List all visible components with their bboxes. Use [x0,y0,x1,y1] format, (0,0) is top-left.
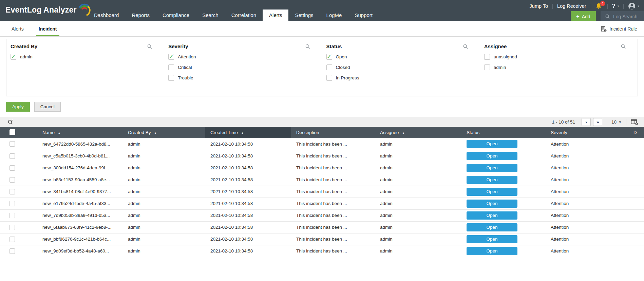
search-icon[interactable] [147,44,152,49]
sort-asc-icon: ▲ [154,131,157,135]
cell-incident-name[interactable]: new_9d09ef3d-bb52-4a48-a60... [37,245,123,257]
cell-created-by: admin [123,198,205,209]
log-search-input[interactable]: Log Search [601,11,644,22]
cancel-button[interactable]: Cancel [34,102,61,112]
column-header-name[interactable]: Name▲ [37,127,123,138]
nav-item-settings[interactable]: Settings [288,10,320,21]
search-icon[interactable] [463,44,468,49]
column-header-created-time[interactable]: Created Time▲ [205,127,291,138]
search-icon[interactable] [305,44,310,49]
status-badge[interactable]: Open [467,164,517,172]
column-header-d[interactable]: D [628,127,644,138]
filter-title: Created By [11,43,37,49]
checkbox-unchecked[interactable] [484,54,490,60]
tab-incident[interactable]: Incident [37,21,58,36]
nav-item-logme[interactable]: LogMe [320,10,348,21]
cell-incident-name[interactable]: new_64722dd0-5865-432a-bd8... [37,138,123,150]
cell-incident-name[interactable]: new_c5a5b015-3cb0-4b0d-b81... [37,150,123,162]
column-header-created-by[interactable]: Created By▲ [123,127,205,138]
status-badge[interactable]: Open [467,188,517,196]
nav-item-reports[interactable]: Reports [125,10,156,21]
cell-incident-name[interactable]: new_bbf86276-9c1c-421b-b64c... [37,233,123,245]
filter-option-in-progress[interactable]: In Progress [326,75,475,81]
row-checkbox[interactable] [10,189,15,194]
cell-created-by: admin [123,221,205,233]
filter-option-closed[interactable]: Closed [326,64,475,70]
cell-description: This incident has been ... [291,174,375,186]
notifications-bell-icon[interactable]: 4 [595,3,603,10]
column-header-severity[interactable]: Severity [546,127,628,138]
nav-item-search[interactable]: Search [196,10,225,21]
filter-option-critical[interactable]: Critical [168,64,317,70]
page-size-dropdown[interactable]: 10 ▼ [611,119,622,125]
checkbox-unchecked[interactable] [326,64,332,70]
cell-incident-name[interactable]: new_6faab673-63f9-41c2-9eb8-... [37,221,123,233]
row-checkbox[interactable] [10,237,15,242]
select-all-checkbox[interactable] [10,129,15,135]
row-checkbox[interactable] [10,177,15,183]
row-checkbox[interactable] [10,165,15,171]
nav-item-correlation[interactable]: Correlation [225,10,263,21]
filter-option-attention[interactable]: Attention [168,54,317,60]
cell-incident-name[interactable]: new_7d9b053b-39a9-491d-b5a... [37,209,123,221]
column-header-assignee[interactable]: Assignee▲ [375,127,461,138]
row-checkbox[interactable] [10,225,15,230]
jump-to-link[interactable]: Jump To [530,3,548,9]
status-badge[interactable]: Open [467,152,517,160]
cell-incident-name[interactable]: new_300dd154-276d-4dea-99f... [37,162,123,174]
status-badge[interactable]: Open [467,247,517,255]
help-menu[interactable]: ? [612,3,615,10]
next-page-button[interactable]: › [582,118,591,126]
checkbox-unchecked[interactable] [168,75,174,81]
cell-incident-name[interactable]: new_341bc814-08cf-4e90-9377... [37,186,123,198]
table-header: Name▲Created By▲Created Time▲Description… [0,127,644,138]
status-badge[interactable]: Open [467,140,517,148]
row-checkbox[interactable] [10,153,15,159]
filter-option-unassigned[interactable]: unassigned [484,54,633,60]
cell-incident-name[interactable]: new_e179524d-f5de-4a45-af33... [37,198,123,209]
apply-button[interactable]: Apply [6,102,30,112]
filter-option-open[interactable]: Open [326,54,475,60]
last-page-button[interactable]: » [593,118,602,126]
brand-logo[interactable]: EventLog Analyzer [5,3,91,17]
row-checkbox[interactable] [10,248,15,254]
nav-item-support[interactable]: Support [348,10,379,21]
checkbox-checked[interactable] [11,54,16,60]
nav-item-alerts[interactable]: Alerts [263,10,288,21]
nav-item-compliance[interactable]: Compliance [156,10,196,21]
filter-group-status: StatusOpenClosedIn Progress [322,39,480,96]
search-icon[interactable] [621,44,626,49]
sort-asc-icon: ▲ [402,131,405,135]
incident-rule-button[interactable]: Incident Rule [601,21,637,37]
cell-created-time: 2021-02-10 10:34:58 [205,150,291,162]
row-checkbox[interactable] [10,201,15,206]
column-header-description[interactable]: Description [291,127,375,138]
checkbox-checked[interactable] [326,54,332,60]
row-checkbox[interactable] [10,141,15,147]
cell-incident-name[interactable]: new_b83e1153-90aa-4559-a8e... [37,174,123,186]
add-button[interactable]: + Add [571,11,596,22]
log-receiver-link[interactable]: Log Receiver [557,3,586,9]
status-badge[interactable]: Open [467,200,517,208]
user-avatar-icon[interactable] [628,2,636,10]
cell-created-time: 2021-02-10 10:34:58 [205,138,291,150]
status-badge[interactable]: Open [467,235,517,243]
filter-option-admin[interactable]: admin [484,64,633,70]
cell-truncated [628,209,644,221]
column-header-status[interactable]: Status [461,127,546,138]
checkbox-unchecked[interactable] [326,75,332,81]
filter-option-trouble[interactable]: Trouble [168,75,317,81]
checkbox-unchecked[interactable] [168,64,174,70]
table-search-icon[interactable] [7,119,14,125]
tab-alerts[interactable]: Alerts [10,21,25,36]
checkbox-unchecked[interactable] [484,64,490,70]
status-badge[interactable]: Open [467,223,517,231]
checkbox-checked[interactable] [168,54,174,60]
status-badge[interactable]: Open [467,211,517,220]
column-chooser-icon[interactable] [631,119,638,125]
row-checkbox[interactable] [10,213,15,218]
filter-option-admin[interactable]: admin [11,54,159,60]
status-badge[interactable]: Open [467,176,517,184]
nav-item-dashboard[interactable]: Dashboard [88,10,125,21]
cell-severity: Attention [546,245,628,257]
